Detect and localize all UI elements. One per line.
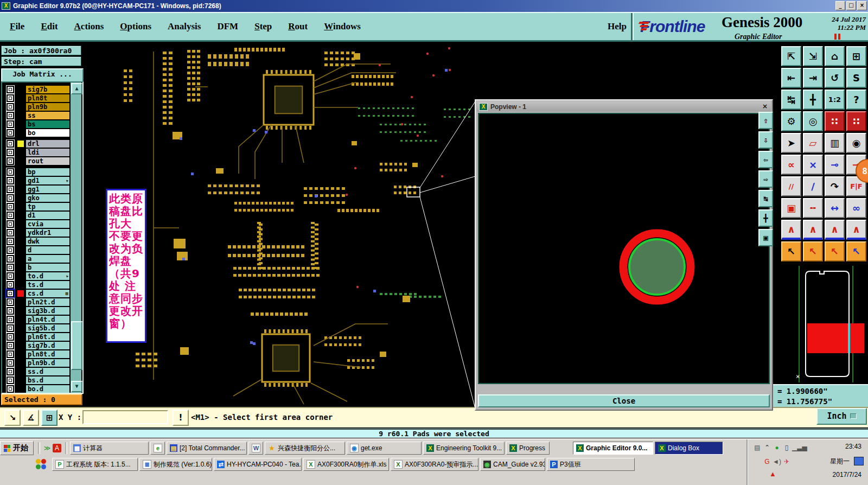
dash-segment-button[interactable]: ╍ (803, 198, 823, 218)
layer-checkbox[interactable] (7, 342, 14, 349)
layer-row-dwk[interactable]: dwk (5, 238, 69, 245)
select-cursor-button[interactable]: ↖ (781, 241, 801, 261)
layer-row-sig3b.d[interactable]: sig3b.d (5, 307, 69, 315)
layer-color-chip[interactable] (17, 264, 24, 271)
layer-checkbox[interactable] (7, 186, 14, 193)
scroll-down-icon[interactable]: ▼ (71, 381, 82, 392)
layer-color-chip[interactable] (17, 273, 24, 279)
paste-view-button[interactable]: ⇱ (781, 46, 801, 66)
stretch-button[interactable]: ↔ (825, 198, 845, 218)
layer-checkbox[interactable] (7, 316, 14, 323)
layer-row-pln2t.d[interactable]: pln2t.d (5, 298, 69, 306)
task-button[interactable]: W (248, 442, 263, 455)
layer-scrollbar[interactable]: ▲ ▼ (71, 82, 81, 393)
popin-fit-button[interactable]: ▣ (758, 229, 773, 246)
board-overview-map[interactable]: × (774, 264, 868, 384)
layer-color-chip[interactable] (17, 130, 24, 136)
layer-checkbox[interactable] (7, 149, 14, 156)
layer-checkbox[interactable] (7, 238, 14, 245)
zoom-ratio-button[interactable]: 1:2 (825, 90, 845, 110)
serpentine-button[interactable]: S (846, 68, 866, 88)
layer-color-chip[interactable] (17, 342, 24, 349)
layer-color-chip[interactable] (17, 290, 24, 297)
popview-window[interactable]: X Popview - 1 × Close (475, 99, 773, 411)
slope-lines-button[interactable]: // (781, 176, 801, 196)
task-button[interactable]: XEngineering Toolkit 9... (423, 442, 505, 455)
popin-center-button[interactable]: ╋ (758, 209, 773, 227)
peak-filter4-button[interactable]: ∧ (846, 220, 866, 240)
layer-checkbox[interactable] (7, 246, 14, 254)
task-button[interactable]: ⇄HY-HYCAM-PC040 - Tea... (214, 458, 302, 471)
layer-checkbox[interactable] (7, 157, 14, 165)
layer-color-chip[interactable] (17, 112, 24, 119)
pad-frame-button[interactable]: ▣ (781, 198, 801, 218)
layer-row-pln9b.d[interactable]: pln9b.d (5, 359, 69, 367)
layer-row-bs.d[interactable]: bs.d (5, 376, 69, 384)
task-button[interactable]: XDialog Box (655, 442, 723, 455)
popin-down-button[interactable]: ⇩ (758, 131, 773, 149)
task-button[interactable]: ≣制作规范 (Ver:1.0.6) (139, 458, 212, 471)
layer-checkbox[interactable] (7, 212, 14, 219)
task-button[interactable]: XProgress (506, 442, 550, 455)
layer-color-chip[interactable] (17, 282, 24, 288)
monitor-icon[interactable] (854, 457, 864, 465)
layer-checkbox[interactable] (7, 307, 14, 315)
task-button[interactable]: ▦计算器 (70, 442, 149, 455)
maximize-button[interactable]: □ (846, 1, 856, 10)
angle-measure-button[interactable]: ∡ (23, 410, 39, 426)
peak-filter3-button[interactable]: ∧ (825, 220, 845, 240)
layer-row-sig7b.d[interactable]: sig7b.d (5, 342, 69, 349)
layer-row-pln6t.d[interactable]: pln6t.d (5, 333, 69, 341)
layer-color-chip[interactable] (17, 149, 24, 156)
layer-checkbox[interactable] (7, 229, 14, 237)
task-button[interactable]: ◉CAM_Guide v2.93 (480, 458, 545, 471)
popview-close-icon[interactable]: × (761, 103, 769, 110)
layer-stack-button[interactable]: ∷ (825, 111, 845, 131)
menu-options[interactable]: Options (120, 21, 151, 32)
layer-row-pln8t[interactable]: pln8t (5, 94, 69, 102)
input-method-icon[interactable]: ▲ (769, 470, 776, 478)
layer-row-d1[interactable]: d1 (5, 212, 69, 219)
layer-color-chip[interactable] (17, 158, 24, 164)
move-origin-button[interactable]: ➤ (781, 133, 801, 153)
layer-color-chip[interactable] (17, 238, 24, 245)
layer-checkbox[interactable] (7, 376, 14, 384)
layer-color-chip[interactable] (17, 247, 24, 253)
menu-help[interactable]: Help (608, 13, 627, 40)
layer-row-ss.d[interactable]: ss.d (5, 368, 69, 375)
layer-color-chip[interactable] (17, 256, 24, 262)
reshape-button[interactable]: ▱ (803, 133, 823, 153)
layer-checkbox[interactable] (7, 368, 14, 375)
layer-color-chip[interactable] (17, 195, 24, 201)
start-button[interactable]: 开始 (0, 441, 34, 455)
arc-button[interactable]: ↷ (825, 176, 845, 196)
task-button[interactable]: ▤[2] Total Commander... (167, 442, 247, 455)
launcher-icon[interactable]: ≫ (43, 444, 52, 452)
pan-view-button[interactable]: ↹ (781, 90, 801, 110)
select-polygon-button[interactable]: ↖ (825, 241, 845, 261)
layer-row-gd1[interactable]: gd1➤ (5, 177, 69, 184)
layer-row-gg1[interactable]: gg1 (5, 186, 69, 193)
task-button[interactable]: ★兴森快捷衡阳分公... (265, 442, 345, 455)
task-button[interactable]: XGraphic Editor 9.0... (573, 442, 653, 455)
layer-color-chip[interactable] (17, 203, 24, 210)
layer-checkbox[interactable] (7, 350, 14, 358)
popin-right-button[interactable]: ⇨ (758, 170, 773, 188)
layer-row-gko[interactable]: gko (5, 194, 69, 202)
layer-checkbox[interactable] (7, 385, 14, 393)
tools-setup-button[interactable]: ⚙ (781, 111, 801, 131)
layer-row-d[interactable]: d (5, 246, 69, 254)
layer-color-chip[interactable] (17, 221, 24, 227)
layer-row-tp[interactable]: tp (5, 203, 69, 210)
layer-row-drl[interactable]: drl (5, 140, 69, 148)
delete-button[interactable]: × (803, 155, 823, 175)
menu-actions[interactable]: Actions (74, 21, 104, 32)
layer-row-ldi[interactable]: ldi (5, 149, 69, 156)
layer-checkbox[interactable] (7, 103, 14, 111)
layer-row-a[interactable]: a (5, 255, 69, 263)
layer-color-chip[interactable] (17, 212, 24, 219)
layer-row-ts.d[interactable]: ts.d (5, 281, 69, 289)
layer-checkbox[interactable] (7, 281, 14, 289)
layer-checkbox[interactable] (7, 140, 14, 148)
layer-color-chip[interactable] (17, 95, 24, 101)
